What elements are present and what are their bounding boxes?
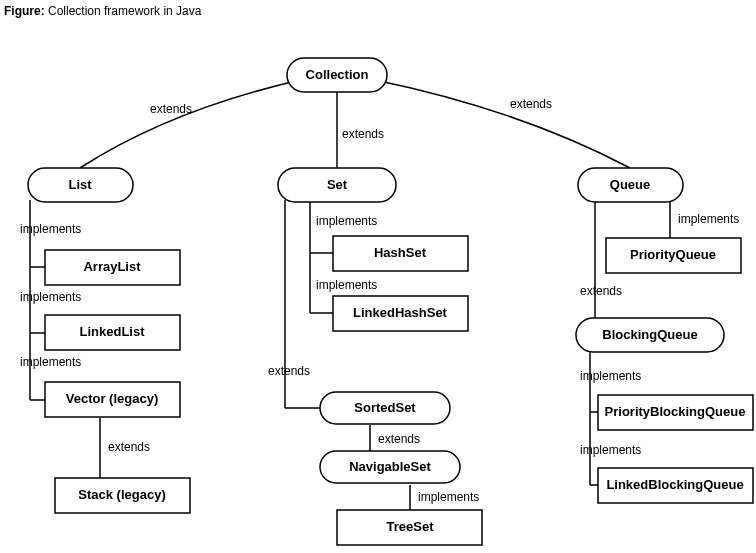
edge-label-implements: implements: [20, 222, 81, 236]
edge-label-extends: extends: [342, 127, 384, 141]
node-label-priorityblockingqueue: PriorityBlockingQueue: [605, 404, 746, 419]
node-label-queue: Queue: [610, 177, 650, 192]
edge-label-implements: implements: [580, 369, 641, 383]
node-label-collection: Collection: [306, 67, 369, 82]
node-label-set: Set: [327, 177, 348, 192]
edge-label-extends: extends: [108, 440, 150, 454]
edge-label-extends: extends: [510, 97, 552, 111]
node-label-vector: Vector (legacy): [66, 391, 159, 406]
node-label-navigableset: NavigableSet: [349, 459, 431, 474]
node-label-linkedblockingqueue: LinkedBlockingQueue: [606, 477, 743, 492]
edge-label-extends: extends: [378, 432, 420, 446]
node-label-linkedhashset: LinkedHashSet: [353, 305, 448, 320]
edge-label-implements: implements: [20, 290, 81, 304]
node-label-priorityqueue: PriorityQueue: [630, 247, 716, 262]
edge-label-implements: implements: [316, 214, 377, 228]
edge-label-implements: implements: [316, 278, 377, 292]
edge-label-implements: implements: [418, 490, 479, 504]
edge-collection-queue: [375, 80, 630, 168]
diagram-svg: extends extends extends implements imple…: [0, 0, 756, 553]
node-label-arraylist: ArrayList: [83, 259, 141, 274]
node-label-stack: Stack (legacy): [78, 487, 165, 502]
edge-label-implements: implements: [20, 355, 81, 369]
edge-label-extends: extends: [580, 284, 622, 298]
edge-label-implements: implements: [678, 212, 739, 226]
edge-label-extends: extends: [150, 102, 192, 116]
node-label-list: List: [68, 177, 92, 192]
node-label-treeset: TreeSet: [387, 519, 435, 534]
node-label-blockingqueue: BlockingQueue: [602, 327, 697, 342]
edge-label-extends: extends: [268, 364, 310, 378]
node-label-sortedset: SortedSet: [354, 400, 416, 415]
edge-collection-list: [80, 80, 300, 168]
node-label-hashset: HashSet: [374, 245, 427, 260]
node-label-linkedlist: LinkedList: [79, 324, 145, 339]
edge-label-implements: implements: [580, 443, 641, 457]
